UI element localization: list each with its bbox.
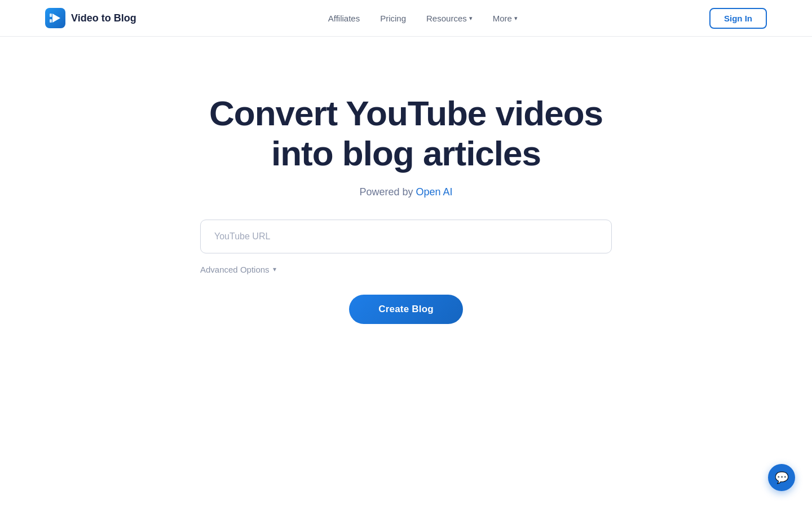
- navbar-right: Sign In: [709, 8, 767, 29]
- advanced-options-toggle[interactable]: Advanced Options ▾: [200, 265, 612, 274]
- nav-resources[interactable]: Resources ▾: [418, 9, 480, 28]
- resources-chevron-icon: ▾: [469, 15, 473, 22]
- openai-link[interactable]: Open AI: [416, 186, 453, 198]
- logo-icon: [45, 8, 65, 28]
- signin-button[interactable]: Sign In: [709, 8, 767, 29]
- chat-widget-button[interactable]: 💬: [768, 464, 795, 491]
- svg-rect-2: [50, 14, 52, 17]
- more-chevron-icon: ▾: [514, 15, 518, 22]
- advanced-options-chevron-icon: ▾: [273, 265, 276, 273]
- hero-title: Convert YouTube videos into blog article…: [192, 93, 620, 174]
- hero-subtitle: Powered by Open AI: [359, 186, 452, 198]
- nav-affiliates[interactable]: Affiliates: [320, 9, 368, 28]
- url-input-wrapper: [200, 220, 612, 253]
- youtube-url-input[interactable]: [200, 220, 612, 253]
- advanced-options-label: Advanced Options: [200, 265, 270, 274]
- brand-area: Video to Blog: [45, 8, 136, 28]
- chat-icon: 💬: [775, 471, 789, 484]
- nav-links: Affiliates Pricing Resources ▾ More ▾: [320, 9, 526, 28]
- hero-section: Convert YouTube videos into blog article…: [0, 37, 812, 358]
- navbar: Video to Blog Affiliates Pricing Resourc…: [0, 0, 812, 37]
- nav-more[interactable]: More ▾: [485, 9, 526, 28]
- nav-pricing[interactable]: Pricing: [372, 9, 414, 28]
- svg-rect-3: [50, 19, 52, 23]
- create-blog-button[interactable]: Create Blog: [349, 295, 463, 324]
- brand-name: Video to Blog: [71, 12, 136, 24]
